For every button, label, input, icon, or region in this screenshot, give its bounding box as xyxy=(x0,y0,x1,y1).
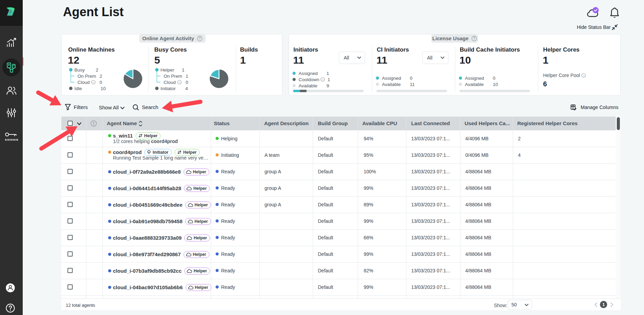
svg-text:1: 1 xyxy=(182,67,185,73)
svg-text:2: 2 xyxy=(96,67,98,73)
svg-text:0: 0 xyxy=(493,76,496,81)
svg-text:!: ! xyxy=(583,74,584,77)
svg-text:!: ! xyxy=(322,78,323,81)
svg-text:0: 0 xyxy=(100,80,102,85)
svg-text:0: 0 xyxy=(410,76,413,81)
svg-text:Available: Available xyxy=(465,82,484,87)
svg-text:Cooldown: Cooldown xyxy=(299,77,319,82)
svg-text:Cloud: Cloud xyxy=(164,80,176,85)
svg-text:4: 4 xyxy=(185,86,188,91)
svg-text:2: 2 xyxy=(100,74,102,79)
svg-text:Assigned: Assigned xyxy=(382,76,401,81)
svg-text:Assigned: Assigned xyxy=(465,76,484,81)
svg-text:?: ? xyxy=(473,36,475,40)
svg-text:Available: Available xyxy=(299,83,318,88)
svg-text:!: ! xyxy=(93,81,94,84)
svg-text:0: 0 xyxy=(186,80,188,85)
svg-text:Idle: Idle xyxy=(74,86,82,91)
svg-text:1: 1 xyxy=(328,77,330,82)
svg-text:Cloud: Cloud xyxy=(77,80,90,85)
svg-text:!: ! xyxy=(179,81,180,84)
svg-text:Assigned: Assigned xyxy=(299,71,318,76)
svg-text:Initiator: Initiator xyxy=(160,86,176,91)
svg-text:10: 10 xyxy=(493,82,498,87)
svg-text:On Prem: On Prem xyxy=(164,74,182,79)
svg-text:11: 11 xyxy=(410,82,415,87)
svg-text:On Prem: On Prem xyxy=(77,74,96,79)
svg-text:Available: Available xyxy=(382,82,401,87)
svg-text:10: 10 xyxy=(101,86,106,91)
svg-text:Busy: Busy xyxy=(74,67,85,73)
svg-text:Helper: Helper xyxy=(160,67,174,73)
svg-text:?: ? xyxy=(199,36,201,40)
svg-text:1: 1 xyxy=(326,71,329,76)
svg-text:1: 1 xyxy=(186,74,188,79)
svg-text:9: 9 xyxy=(326,83,329,88)
